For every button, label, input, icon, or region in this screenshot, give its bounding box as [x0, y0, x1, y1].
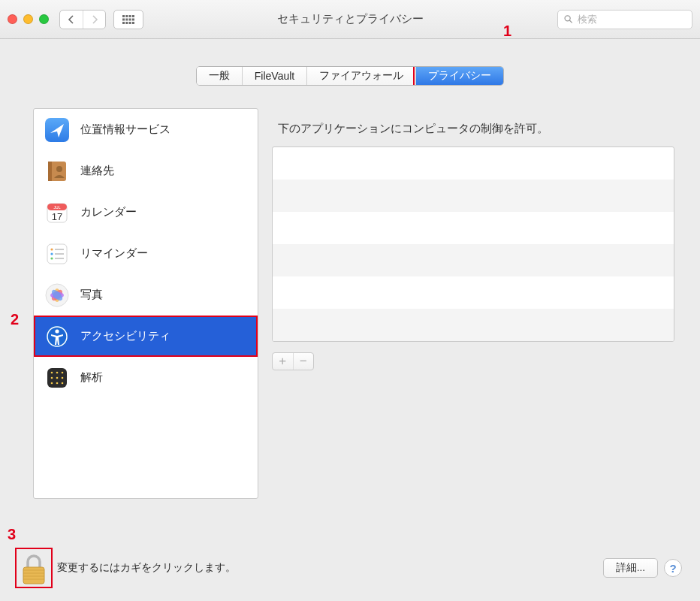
svg-text:JUL: JUL	[54, 205, 61, 210]
tab-label: FileVault	[255, 70, 294, 82]
list-row	[273, 244, 674, 276]
calendar-icon: JUL17	[44, 200, 70, 225]
sidebar-item-label: カレンダー	[80, 205, 137, 219]
svg-point-23	[50, 248, 53, 250]
sidebar-item-reminders[interactable]: リマインダー	[34, 233, 258, 274]
svg-point-42	[56, 376, 59, 379]
window-title: セキュリティとプライバシー	[277, 12, 424, 26]
list-row	[273, 276, 674, 309]
zoom-window-button[interactable]	[39, 14, 49, 24]
right-pane: 下のアプリケーションにコンピュータの制御を許可。 + −	[272, 108, 674, 499]
chevron-right-icon	[91, 15, 98, 24]
back-button[interactable]	[60, 11, 83, 29]
minus-icon: −	[300, 354, 307, 369]
tabs: 一般 FileVault ファイアウォール プライバシー	[196, 66, 504, 86]
show-all-button[interactable]	[113, 10, 143, 29]
sidebar-item-calendar[interactable]: JUL17 カレンダー	[34, 192, 258, 233]
sidebar-item-contacts[interactable]: 連絡先	[34, 150, 258, 192]
minimize-window-button[interactable]	[23, 14, 33, 24]
svg-point-44	[51, 382, 53, 384]
unlock-button[interactable]	[18, 551, 50, 585]
pane-description: 下のアプリケーションにコンピュータの制御を許可。	[272, 108, 674, 146]
annotation-1-label: 1	[503, 23, 511, 40]
lock-text: 変更するにはカギをクリックします。	[57, 561, 236, 575]
sidebar-item-accessibility[interactable]: アクセシビリティ	[34, 316, 258, 357]
tab-label: ファイアウォール	[319, 69, 403, 83]
svg-point-39	[56, 371, 59, 373]
help-label: ?	[669, 562, 676, 575]
titlebar: セキュリティとプライバシー	[0, 0, 700, 39]
tab-filevault[interactable]: FileVault	[243, 67, 307, 85]
search-input[interactable]	[578, 14, 686, 25]
svg-point-45	[56, 382, 59, 384]
chevron-left-icon	[68, 15, 75, 24]
svg-point-27	[50, 257, 53, 259]
list-row	[273, 212, 674, 244]
svg-rect-9	[125, 22, 128, 24]
list-edit-buttons: + −	[272, 352, 314, 370]
svg-text:17: 17	[52, 211, 62, 222]
help-button[interactable]: ?	[664, 559, 682, 577]
svg-rect-1	[125, 15, 128, 17]
svg-point-36	[55, 329, 59, 333]
sidebar-item-label: 写真	[80, 288, 103, 302]
forward-button[interactable]	[83, 11, 105, 29]
reminders-icon	[44, 241, 70, 267]
sidebar-item-label: 解析	[80, 370, 103, 385]
remove-app-button[interactable]: −	[293, 353, 314, 370]
sidebar-item-analytics[interactable]: 解析	[34, 357, 258, 398]
close-window-button[interactable]	[8, 14, 17, 24]
advanced-button[interactable]: 詳細...	[603, 558, 658, 578]
svg-point-41	[51, 376, 53, 379]
add-app-button[interactable]: +	[273, 353, 293, 370]
svg-rect-3	[132, 15, 134, 17]
lock-area: 変更するにはカギをクリックします。	[18, 551, 236, 585]
annotation-3-label: 3	[8, 526, 16, 543]
tab-firewall[interactable]: ファイアウォール	[307, 67, 416, 85]
sidebar-item-location[interactable]: 位置情報サービス	[34, 109, 258, 150]
sidebar-item-label: アクセシビリティ	[80, 329, 170, 343]
list-row	[273, 309, 674, 341]
diagnostics-icon	[44, 365, 70, 391]
svg-rect-7	[132, 18, 134, 20]
svg-rect-4	[122, 18, 125, 20]
svg-point-43	[62, 376, 64, 379]
grid-icon	[122, 15, 134, 24]
tab-privacy[interactable]: プライバシー	[416, 67, 503, 85]
svg-rect-10	[129, 22, 131, 24]
sidebar-item-photos[interactable]: 写真	[34, 274, 258, 316]
sidebar-item-label: 連絡先	[80, 164, 114, 178]
svg-rect-47	[23, 567, 44, 584]
advanced-label: 詳細...	[616, 562, 645, 573]
svg-point-25	[50, 252, 53, 255]
list-row	[273, 147, 674, 180]
svg-line-13	[569, 20, 572, 23]
sidebar-item-label: リマインダー	[80, 246, 148, 261]
allowed-apps-list[interactable]	[272, 146, 674, 342]
search-box[interactable]	[557, 10, 692, 29]
svg-point-38	[51, 371, 53, 373]
lock-icon	[19, 552, 49, 585]
bottom-bar: 3 変更するにはカギをクリックします。 詳細... ?	[0, 542, 700, 601]
svg-point-17	[56, 166, 62, 172]
svg-rect-8	[122, 22, 125, 24]
svg-rect-16	[48, 162, 52, 181]
svg-rect-6	[129, 18, 131, 20]
privacy-sidebar: 位置情報サービス 連絡先 JUL17 カレンダー	[33, 108, 258, 499]
preferences-window: セキュリティとプライバシー 1 一般 FileVault ファイアウォール プラ…	[0, 0, 700, 601]
tab-general[interactable]: 一般	[197, 67, 243, 85]
svg-rect-0	[122, 15, 125, 17]
content-area: 2 位置情報サービス 連絡先 JUL17	[0, 86, 700, 499]
nav-buttons	[59, 10, 106, 29]
plus-icon: +	[279, 354, 286, 369]
svg-rect-2	[129, 15, 131, 17]
tab-label: プライバシー	[428, 69, 491, 83]
search-icon	[564, 14, 573, 24]
svg-point-46	[62, 382, 64, 384]
window-controls	[8, 14, 49, 24]
tab-label: 一般	[209, 69, 230, 83]
svg-rect-11	[132, 22, 134, 24]
list-row	[273, 180, 674, 212]
sidebar-item-label: 位置情報サービス	[80, 122, 170, 137]
tabs-row: 1 一般 FileVault ファイアウォール プライバシー	[0, 39, 700, 86]
